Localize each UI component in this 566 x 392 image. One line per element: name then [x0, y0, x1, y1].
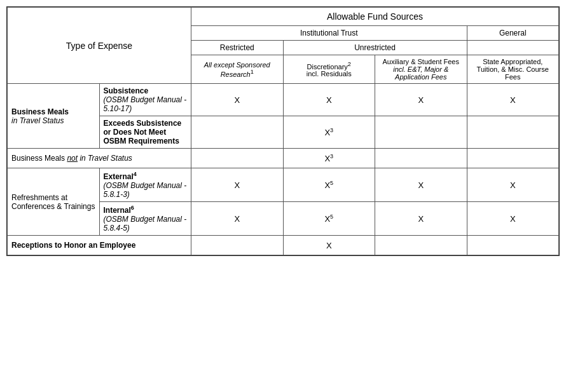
subsistence-aux-x: X [375, 84, 467, 116]
subsistence-state-x: X [467, 84, 559, 116]
col-all-header: All except Sponsored Research1 [191, 55, 284, 84]
table-row: Business Meals in Travel Status Subsiste… [8, 84, 559, 116]
internal-label: Internal6 (OSBM Budget Manual - 5.8.4-5) [99, 202, 191, 236]
internal-state-x: X [467, 202, 559, 236]
external-all-x: X [191, 168, 284, 202]
exceeds-disc-x: X3 [283, 116, 375, 149]
internal-aux-x: X [375, 202, 467, 236]
subsistence-disc-x: X [283, 84, 375, 116]
bm-not-all-empty [191, 149, 284, 168]
receptions-label: Receptions to Honor an Employee [8, 236, 191, 255]
refreshments-label: Refreshments at Conferences & Trainings [8, 168, 100, 236]
col-disc-header: Discretionary2 incl. Residuals [283, 55, 375, 84]
business-meals-travel-label: Business Meals in Travel Status [8, 84, 100, 149]
receptions-state-empty [467, 236, 559, 255]
external-disc-x: X5 [283, 168, 375, 202]
receptions-disc-x: X [283, 236, 375, 255]
subsistence-all-x: X [191, 84, 284, 116]
restricted-header: Restricted [191, 41, 284, 55]
allowable-fund-sources-table: Type of Expense Allowable Fund Sources I… [6, 6, 560, 256]
general-empty [467, 41, 559, 55]
institutional-trust-header: Institutional Trust [191, 26, 467, 41]
external-aux-x: X [375, 168, 467, 202]
table-row: Business Meals not in Travel Status X3 [8, 149, 559, 168]
bm-not-aux-empty [375, 149, 467, 168]
exceeds-label: Exceeds Subsistence or Does Not Meet OSB… [99, 116, 191, 149]
internal-all-x: X [191, 202, 284, 236]
receptions-aux-empty [375, 236, 467, 255]
unrestricted-header: Unrestricted [283, 41, 467, 55]
external-state-x: X [467, 168, 559, 202]
table-row: Receptions to Honor an Employee X [8, 236, 559, 255]
col-state-header: State Appropriated, Tuition, & Misc. Cou… [467, 55, 559, 84]
business-meals-not-travel-label: Business Meals not in Travel Status [8, 149, 191, 168]
bm-not-state-empty [467, 149, 559, 168]
table-row: Refreshments at Conferences & Trainings … [8, 168, 559, 202]
exceeds-aux-empty [375, 116, 467, 149]
exceeds-state-empty [467, 116, 559, 149]
receptions-all-empty [191, 236, 284, 255]
type-of-expense-header: Type of Expense [8, 8, 191, 84]
internal-disc-x: X5 [283, 202, 375, 236]
exceeds-all-empty [191, 116, 284, 149]
subsistence-label: Subsistence (OSBM Budget Manual - 5.10-1… [99, 84, 191, 116]
general-header: General [467, 26, 559, 41]
bm-not-disc-x: X3 [283, 149, 375, 168]
col-aux-header: Auxiliary & Student Fees incl. E&T, Majo… [375, 55, 467, 84]
allowable-fund-sources-header: Allowable Fund Sources [191, 8, 559, 26]
external-label: External4 (OSBM Budget Manual - 5.8.1-3) [99, 168, 191, 202]
